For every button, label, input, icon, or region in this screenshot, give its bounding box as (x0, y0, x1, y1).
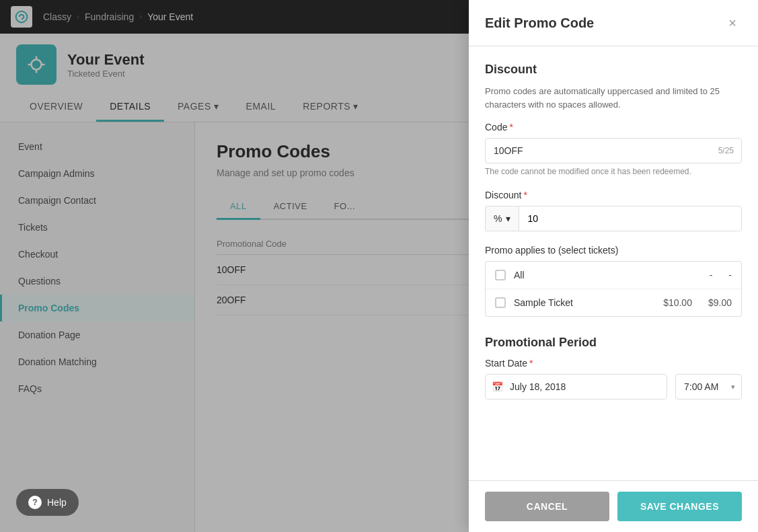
discount-label: Discount* (485, 190, 742, 200)
discount-required-star: * (523, 190, 527, 200)
code-hint: The code cannot be modified once it has … (485, 167, 742, 176)
discount-section-title: Discount (485, 63, 742, 77)
drawer-body: Discount Promo codes are automatically u… (469, 46, 758, 480)
ticket-row-sample: Sample Ticket $10.00 $9.00 (486, 289, 741, 316)
discount-section-description: Promo codes are automatically uppercased… (485, 85, 742, 111)
drawer-footer: CANCEL SAVE CHANGES (469, 480, 758, 532)
ticket-all-col2: - (728, 270, 732, 280)
calendar-icon: 📅 (492, 381, 503, 392)
code-field-group: Code* 5/25 The code cannot be modified o… (485, 122, 742, 176)
start-time-wrap: 7:00 AM 8:00 AM 9:00 AM ▾ (675, 374, 742, 400)
code-label: Code* (485, 122, 742, 132)
ticket-all-checkbox[interactable] (495, 270, 506, 280)
code-input-wrapper: 5/25 (485, 138, 742, 163)
code-counter: 5/25 (718, 146, 734, 155)
start-date-required-star: * (529, 358, 533, 369)
ticket-row-all: All - - (486, 262, 741, 289)
ticket-sample-checkbox[interactable] (495, 297, 506, 308)
discount-type-chevron-icon: ▾ (506, 213, 510, 224)
promotional-period-section: Promotional Period Start Date* 📅 7:00 AM… (485, 336, 742, 400)
drawer-title: Edit Promo Code (485, 15, 594, 31)
help-icon: ? (28, 496, 42, 509)
code-required-star: * (509, 122, 513, 132)
ticket-all-col1: - (710, 270, 713, 280)
start-date-row: 📅 7:00 AM 8:00 AM 9:00 AM ▾ (485, 374, 742, 400)
tickets-field-group: Promo applies to (select tickets) All - … (485, 245, 742, 317)
period-section-title: Promotional Period (485, 336, 742, 350)
drawer-header: Edit Promo Code × (469, 0, 758, 46)
discount-row: % ▾ (485, 206, 742, 231)
code-input[interactable] (485, 138, 742, 163)
discount-type-selector[interactable]: % ▾ (485, 206, 519, 231)
ticket-sample-col2: $9.00 (708, 297, 732, 308)
discount-value-input[interactable] (519, 206, 742, 231)
cancel-button[interactable]: CANCEL (485, 492, 609, 521)
discount-section: Discount Promo codes are automatically u… (485, 63, 742, 317)
start-date-input-wrap: 📅 (485, 374, 667, 400)
start-date-input[interactable] (485, 374, 667, 400)
edit-promo-code-drawer: Edit Promo Code × Discount Promo codes a… (469, 0, 758, 532)
discount-field-group: Discount* % ▾ (485, 190, 742, 231)
save-changes-button[interactable]: SAVE CHANGES (617, 492, 742, 521)
start-date-label: Start Date* (485, 358, 742, 369)
ticket-all-label: All (514, 270, 702, 280)
start-time-select[interactable]: 7:00 AM 8:00 AM 9:00 AM (675, 374, 742, 400)
help-button[interactable]: ? Help (16, 489, 79, 516)
ticket-sample-col1: $10.00 (663, 297, 692, 308)
close-icon[interactable]: × (723, 13, 742, 32)
ticket-sample-label: Sample Ticket (514, 297, 655, 308)
tickets-label: Promo applies to (select tickets) (485, 245, 742, 256)
start-date-group: Start Date* 📅 7:00 AM 8:00 AM 9:00 AM ▾ (485, 358, 742, 400)
help-label: Help (47, 497, 67, 508)
tickets-box: All - - Sample Ticket $10.00 $9.00 (485, 261, 742, 317)
discount-type-label: % (494, 213, 502, 224)
